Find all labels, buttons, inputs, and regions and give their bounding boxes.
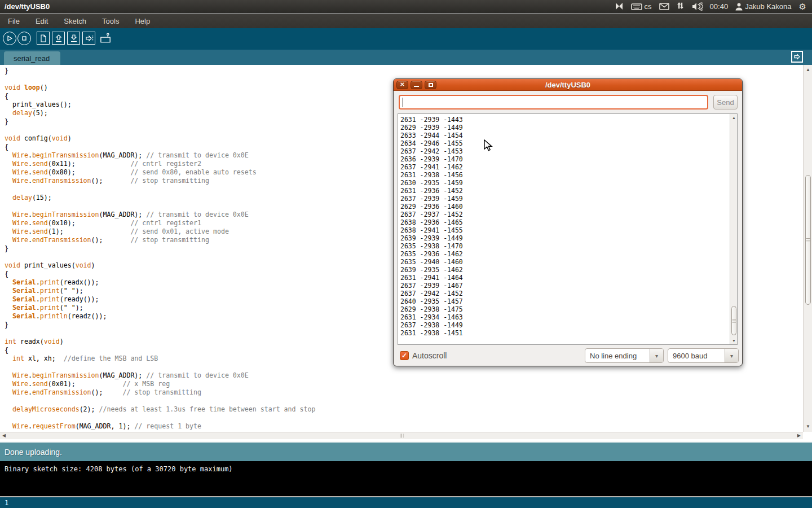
menu-file[interactable]: File: [0, 14, 28, 28]
keyboard-indicator[interactable]: cs: [631, 2, 652, 11]
scroll-up-arrow[interactable]: ▲: [732, 116, 736, 120]
status-message: Done uploading.: [5, 448, 62, 457]
keyboard-layout-label: cs: [645, 2, 652, 11]
tab-menu-button[interactable]: [791, 51, 803, 63]
save-button[interactable]: [67, 32, 80, 45]
screen: /dev/ttyUSB0 cs 00:40 Jaku: [0, 0, 812, 508]
send-button[interactable]: Send: [713, 95, 738, 110]
tab-serial-read[interactable]: serial_read: [4, 51, 60, 65]
minimize-button[interactable]: [411, 81, 422, 89]
baud-rate-dropdown[interactable]: 9600 baud ▾: [668, 348, 739, 363]
serial-send-input[interactable]: [399, 95, 708, 110]
console-text: Binary sketch size: 4208 bytes (of a 307…: [5, 465, 233, 473]
serial-monitor-window: ✕ /dev/ttyUSB0 Send 2631 -2939 -1443 262…: [393, 78, 743, 366]
serial-bottom-bar: ✓ Autoscroll No line ending ▾ 9600 baud …: [394, 345, 742, 367]
serial-output-text: 2631 -2939 -1443 2629 -2939 -1449 2633 -…: [400, 116, 463, 337]
scroll-right-arrow[interactable]: ▶: [797, 433, 801, 438]
serial-vscroll-thumb[interactable]: [731, 306, 736, 335]
text-caret: [403, 98, 403, 107]
editor-horizontal-scrollbar[interactable]: ◀ ▶: [0, 432, 803, 439]
indicator-icon[interactable]: [615, 2, 624, 11]
system-tray: cs 00:40 Jakub Kakona ⚙: [615, 2, 806, 11]
scroll-down-arrow[interactable]: ▼: [732, 339, 736, 343]
active-window-title: /dev/ttyUSB0: [5, 2, 50, 11]
serial-output-area[interactable]: 2631 -2939 -1443 2629 -2939 -1449 2633 -…: [398, 113, 738, 345]
editor-vertical-scrollbar[interactable]: ▲ ▼: [803, 65, 812, 432]
mail-icon[interactable]: [659, 3, 669, 10]
tab-strip: serial_read: [0, 50, 812, 65]
verify-button[interactable]: [3, 32, 16, 45]
editor-hscroll-thumb[interactable]: [8, 433, 795, 439]
serial-titlebar[interactable]: ✕ /dev/ttyUSB0: [394, 79, 742, 91]
serial-vertical-scrollbar[interactable]: ▲ ▼: [730, 114, 737, 344]
open-button[interactable]: [52, 32, 65, 45]
autoscroll-checkbox[interactable]: ✓: [400, 351, 409, 360]
send-button-label: Send: [717, 98, 734, 107]
chevron-down-icon[interactable]: ▾: [650, 349, 663, 362]
chevron-down-icon[interactable]: ▾: [725, 349, 738, 362]
user-menu[interactable]: Jakub Kakona: [735, 2, 791, 11]
maximize-button[interactable]: [425, 81, 436, 89]
line-ending-value: No line ending: [585, 349, 650, 362]
toolbar: [0, 28, 812, 50]
line-number: 1: [5, 499, 8, 507]
volume-icon[interactable]: [692, 2, 703, 11]
scroll-up-arrow[interactable]: ▲: [806, 68, 810, 72]
clock-label: 00:40: [710, 2, 729, 11]
maximize-icon: [429, 83, 433, 87]
serial-window-title: /dev/ttyUSB0: [394, 81, 742, 89]
status-bar: Done uploading.: [0, 441, 812, 461]
line-number-strip: 1: [0, 496, 812, 508]
baud-rate-value: 9600 baud: [668, 349, 725, 362]
menu-help[interactable]: Help: [127, 14, 158, 28]
upload-button[interactable]: [82, 32, 95, 45]
clock[interactable]: 00:40: [710, 2, 729, 11]
network-arrows-icon[interactable]: [677, 2, 685, 11]
minimize-icon: [414, 86, 419, 87]
editor-vscroll-thumb[interactable]: [805, 175, 811, 305]
session-gear-icon[interactable]: ⚙: [799, 2, 806, 11]
scroll-down-arrow[interactable]: ▼: [806, 424, 810, 429]
top-panel: /dev/ttyUSB0 cs 00:40 Jaku: [0, 0, 812, 14]
close-button[interactable]: ✕: [396, 81, 408, 89]
tab-label: serial_read: [14, 54, 50, 63]
user-name-label: Jakub Kakona: [745, 2, 791, 11]
line-ending-dropdown[interactable]: No line ending ▾: [585, 348, 664, 363]
stop-button[interactable]: [17, 32, 31, 45]
menu-tools[interactable]: Tools: [94, 14, 127, 28]
autoscroll-label: Autoscroll: [412, 351, 447, 360]
menubar: File Edit Sketch Tools Help: [0, 14, 812, 28]
menu-edit[interactable]: Edit: [28, 14, 56, 28]
mouse-cursor: [484, 139, 495, 152]
check-icon: ✓: [401, 352, 407, 359]
serial-monitor-button[interactable]: [99, 32, 112, 45]
build-console: Binary sketch size: 4208 bytes (of a 307…: [0, 461, 812, 496]
new-sketch-button[interactable]: [37, 32, 50, 45]
close-icon: ✕: [400, 82, 404, 87]
scroll-left-arrow[interactable]: ◀: [2, 433, 6, 438]
menu-sketch[interactable]: Sketch: [56, 14, 94, 28]
